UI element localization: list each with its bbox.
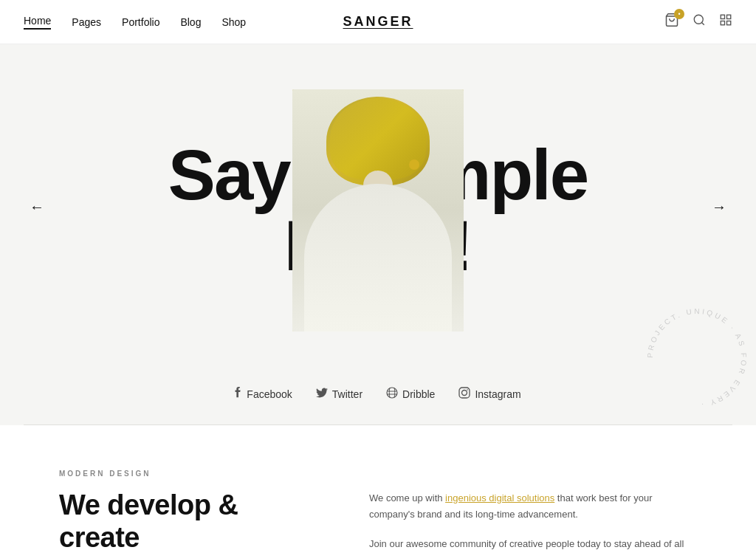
nav-link-home[interactable]: Home: [24, 15, 51, 30]
nav-link-blog[interactable]: Blog: [180, 16, 201, 28]
section-tag: Modern Design: [59, 470, 310, 478]
dribble-link[interactable]: Dribble: [386, 387, 435, 401]
desc-paragraph-1: We come up with ingenious digital soluti…: [369, 490, 697, 523]
bottom-section: Modern Design We develop & create digita…: [0, 425, 756, 550]
stamp-decoration: PROJECT. UNIQUE · AS FOR EVERY ·: [638, 299, 756, 417]
twitter-label: Twitter: [332, 388, 362, 400]
navbar: Home Pages Portfolio Blog Shop SANGER •: [0, 0, 756, 44]
svg-point-1: [694, 15, 703, 24]
svg-point-9: [462, 391, 467, 396]
bottom-right: We come up with ingenious digital soluti…: [369, 470, 697, 550]
hero-inner: Say a SimpleHello!: [0, 89, 756, 331]
svg-rect-6: [727, 21, 731, 25]
nav-link-portfolio[interactable]: Portfolio: [122, 16, 159, 28]
svg-rect-3: [721, 15, 724, 18]
next-arrow[interactable]: →: [712, 199, 726, 216]
desc-paragraph-2: Join our awesome community of creative p…: [369, 536, 697, 550]
prev-arrow[interactable]: ←: [30, 199, 44, 216]
hero-title-wrap: Say a SimpleHello!: [0, 89, 756, 331]
site-logo[interactable]: SANGER: [343, 14, 413, 30]
twitter-icon: [316, 388, 328, 400]
instagram-link[interactable]: Instagram: [458, 387, 520, 401]
cart-badge: •: [674, 9, 684, 19]
twitter-link[interactable]: Twitter: [316, 388, 362, 400]
dribble-label: Dribble: [402, 388, 435, 400]
svg-point-7: [387, 388, 397, 398]
instagram-label: Instagram: [475, 388, 520, 400]
facebook-link[interactable]: Facebook: [235, 387, 292, 401]
cart-icon[interactable]: •: [664, 13, 679, 31]
hero-image: [292, 89, 464, 331]
svg-text:PROJECT. UNIQUE · AS FOR EVERY: PROJECT. UNIQUE · AS FOR EVERY ·: [646, 307, 748, 409]
nav-link-shop[interactable]: Shop: [221, 16, 246, 28]
svg-rect-5: [721, 21, 724, 25]
grid-icon[interactable]: [719, 13, 732, 30]
facebook-label: Facebook: [247, 388, 292, 400]
facebook-icon: [235, 387, 242, 401]
section-heading: We develop & create digital future.: [59, 489, 310, 550]
svg-point-10: [467, 389, 469, 391]
bottom-left: Modern Design We develop & create digita…: [59, 470, 310, 550]
nav-link-pages[interactable]: Pages: [72, 16, 101, 28]
svg-rect-8: [459, 388, 470, 398]
instagram-icon: [458, 387, 470, 401]
nav-links: Home Pages Portfolio Blog Shop: [24, 15, 246, 30]
nav-actions: •: [664, 13, 732, 31]
svg-rect-4: [727, 15, 731, 18]
search-icon[interactable]: [693, 13, 706, 30]
hero-section: ← → Say a SimpleHello!: [0, 0, 756, 424]
stamp-svg: PROJECT. UNIQUE · AS FOR EVERY ·: [638, 299, 756, 417]
svg-line-2: [701, 22, 704, 24]
dribble-icon: [386, 387, 398, 401]
